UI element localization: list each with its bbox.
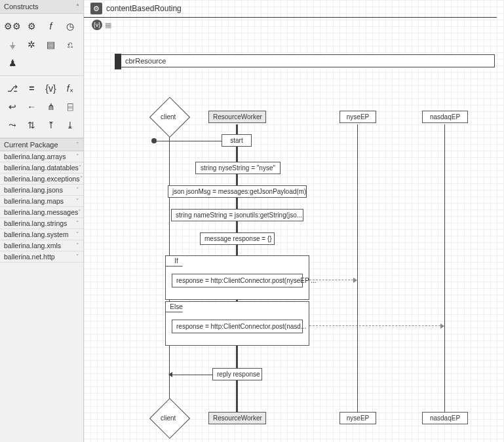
client-start-label: client xyxy=(161,113,176,120)
tool-palette-1: ⚙⚙ ⚙ f ◷ ⏚ ✲ ▤ ⎌ ♟ xyxy=(0,14,83,76)
package-label: ballerina.lang.xmls xyxy=(4,242,61,249)
package-label: ballerina.lang.system xyxy=(4,230,69,238)
start-box[interactable]: start xyxy=(222,134,252,147)
package-item[interactable]: ballerina.net.http˅ xyxy=(0,251,83,263)
resource-name: cbrResource xyxy=(125,57,166,65)
if-block[interactable]: If response = http:ClientConnector.post(… xyxy=(165,255,309,300)
transform-icon[interactable]: ⇅ xyxy=(23,117,40,134)
nasdaq-footer[interactable]: nasdaqEP xyxy=(422,412,468,424)
action2-icon[interactable]: ⤓ xyxy=(62,117,79,134)
constructs-title: Constructs xyxy=(4,3,39,10)
nyse-header[interactable]: nyseEP xyxy=(339,111,376,123)
resource-tab-icon xyxy=(115,54,121,69)
stmt-nyse-string[interactable]: string nyseString = "nyse" xyxy=(195,162,281,174)
chevron-down-icon: ˅ xyxy=(76,253,79,260)
else-label: Else xyxy=(165,301,187,312)
worker-header[interactable]: ResourceWorker xyxy=(208,111,266,123)
stmt-name-string[interactable]: string nameString = jsonutils:getString(… xyxy=(171,209,303,221)
package-item[interactable]: ballerina.lang.strings˅ xyxy=(0,218,83,229)
chevron-down-icon: ˅ xyxy=(76,153,79,160)
package-item[interactable]: ballerina.lang.arrays˅ xyxy=(0,151,83,162)
fork-icon[interactable]: ⋔ xyxy=(43,98,60,115)
function-icon[interactable]: f xyxy=(43,18,60,35)
stmt-response-init[interactable]: message response = {} xyxy=(200,232,275,245)
s2-icon[interactable]: ⤳ xyxy=(4,117,21,134)
client-end-label: client xyxy=(161,414,176,422)
plug-icon[interactable]: ⏚ xyxy=(4,36,21,53)
chevron-down-icon: ˅ xyxy=(76,220,79,227)
package-label: ballerina.lang.datatables xyxy=(4,164,79,172)
package-item[interactable]: ballerina.lang.maps˅ xyxy=(0,196,83,207)
branch-icon[interactable]: ⎇ xyxy=(4,80,21,97)
worker-footer[interactable]: ResourceWorker xyxy=(208,412,266,424)
package-label: ballerina.lang.exceptions xyxy=(4,175,80,183)
package-label: ballerina.lang.messages xyxy=(4,208,78,216)
reply-box[interactable]: reply response xyxy=(212,368,262,380)
if-body[interactable]: response = http:ClientConnector.post(nys… xyxy=(172,274,303,287)
package-label: ballerina.lang.strings xyxy=(4,219,67,227)
tool-palette-2: ⎇ = {v} fₓ ↩ ← ⋔ ⌸ ⤳ ⇅ ⤒ ⤓ xyxy=(0,76,83,138)
package-item[interactable]: ballerina.lang.system˅ xyxy=(0,229,83,240)
package-label: ballerina.lang.jsons xyxy=(4,186,63,194)
package-item[interactable]: ballerina.lang.xmls˅ xyxy=(0,240,83,251)
nyse-footer[interactable]: nyseEP xyxy=(339,412,376,424)
start-dot-icon xyxy=(151,138,157,143)
return-icon[interactable]: ↩ xyxy=(4,98,21,115)
nyse-call-arrow xyxy=(309,280,357,280)
chevron-down-icon: ˅ xyxy=(76,198,79,204)
action1-icon[interactable]: ⤒ xyxy=(43,117,60,134)
current-package-header[interactable]: Current Package ˅ xyxy=(0,139,83,151)
if-label: If xyxy=(165,255,187,267)
s-icon[interactable]: ⎌ xyxy=(62,36,79,53)
service-header[interactable]: ⚙ contentBasedRouting xyxy=(84,0,497,18)
fx-icon[interactable]: fₓ xyxy=(62,80,79,97)
package-item[interactable]: ballerina.lang.datatables˅ xyxy=(0,162,83,174)
nyse-lifeline xyxy=(357,124,358,419)
else-block[interactable]: Else response = http:ClientConnector.pos… xyxy=(165,301,309,346)
chevron-down-icon: ˅ xyxy=(76,187,79,193)
current-package-label: Current Package xyxy=(4,141,58,149)
gear2-icon[interactable]: ✲ xyxy=(23,36,40,53)
package-label: ballerina.lang.arrays xyxy=(4,153,66,160)
clock-icon[interactable]: ◷ xyxy=(62,18,79,35)
variables-badge[interactable]: {v} xyxy=(92,20,102,30)
diagram-canvas[interactable]: ⚙ contentBasedRouting {v} ▦ cbrResource … xyxy=(84,0,504,442)
arrow-left-icon[interactable]: ← xyxy=(23,98,40,115)
chevron-down-icon: ˅ xyxy=(76,242,79,249)
equals-icon[interactable]: = xyxy=(23,80,40,97)
chevron-down-icon: ˅ xyxy=(80,175,83,182)
package-item[interactable]: ballerina.lang.messages˅ xyxy=(0,207,83,218)
chevron-down-icon: ˅ xyxy=(76,231,79,238)
stmt-json-msg[interactable]: json jsonMsg = messages:getJsonPayload(m… xyxy=(168,185,307,198)
nasdaq-lifeline xyxy=(444,124,445,419)
chevron-down-icon: ˅ xyxy=(79,164,82,171)
package-item[interactable]: ballerina.lang.jsons˅ xyxy=(0,185,83,196)
package-item[interactable]: ballerina.lang.exceptions˅ xyxy=(0,174,83,185)
else-body[interactable]: response = http:ClientConnector.post(nas… xyxy=(172,320,303,333)
chevron-down-icon: ˅ xyxy=(78,209,81,215)
bracket-icon[interactable]: ⌸ xyxy=(62,98,79,115)
service-icon: ⚙ xyxy=(90,3,102,14)
nasdaq-call-arrow xyxy=(309,325,444,326)
service-name: contentBasedRouting xyxy=(106,4,182,13)
package-label: ballerina.lang.maps xyxy=(4,197,64,205)
gear-icon[interactable]: ⚙ xyxy=(23,18,40,35)
worker-icon[interactable]: ♟ xyxy=(4,54,21,71)
package-label: ballerina.net.http xyxy=(4,253,55,261)
gears-icon[interactable]: ⚙⚙ xyxy=(4,18,21,35)
var-icon[interactable]: {v} xyxy=(43,80,60,97)
nasdaq-header[interactable]: nasdaqEP xyxy=(422,111,468,123)
sidebar: Constructs ˄ ⚙⚙ ⚙ f ◷ ⏚ ✲ ▤ ⎌ ♟ ⎇ = {v} … xyxy=(0,0,84,442)
resource-header[interactable]: cbrResource xyxy=(115,54,495,67)
chevron-down-icon: ˅ xyxy=(76,141,79,148)
package-list: Current Package ˅ ballerina.lang.arrays˅… xyxy=(0,138,83,263)
chevron-up-icon: ˄ xyxy=(76,3,79,10)
constructs-header[interactable]: Constructs ˄ xyxy=(0,0,83,14)
add-variable-icon[interactable]: ▦ xyxy=(105,21,111,29)
reply-arrow xyxy=(169,375,212,375)
storage-icon[interactable]: ▤ xyxy=(43,36,60,53)
